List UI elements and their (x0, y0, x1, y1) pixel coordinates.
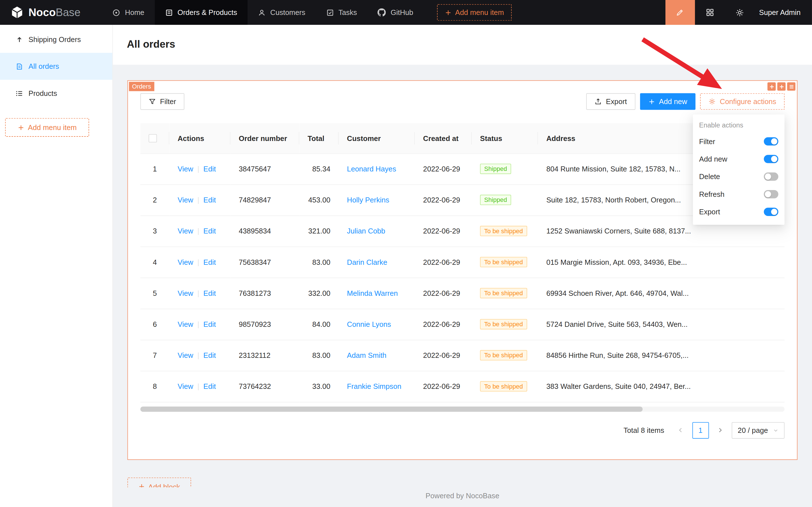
edit-link[interactable]: Edit (203, 351, 216, 359)
add-new-toggle[interactable] (764, 155, 778, 163)
row-actions-cell: View|Edit (169, 371, 231, 402)
table-row: 8 View|Edit 73764232 33.00 Frankie Simps… (140, 371, 785, 402)
customer-link[interactable]: Melinda Warren (347, 289, 398, 297)
edit-link[interactable]: Edit (203, 258, 216, 266)
view-link[interactable]: View (178, 382, 193, 390)
view-link[interactable]: View (178, 258, 193, 266)
top-navbar: NocoBase Home Orders & Products Customer… (0, 0, 812, 25)
page-number-button[interactable]: 1 (692, 422, 709, 439)
plus-icon (648, 98, 655, 105)
page-size-select[interactable]: 20 / page (732, 422, 785, 439)
status-badge: To be shipped (480, 288, 527, 298)
customer-link[interactable]: Julian Cobb (347, 227, 386, 235)
scrollbar-thumb[interactable] (140, 406, 643, 411)
view-link[interactable]: View (178, 289, 193, 297)
edit-link[interactable]: Edit (203, 165, 216, 173)
edit-link[interactable]: Edit (203, 320, 216, 328)
customer-link[interactable]: Connie Lyons (347, 320, 391, 328)
refresh-toggle[interactable] (764, 190, 778, 198)
enable-action-filter[interactable]: Filter (693, 132, 785, 150)
orders-products-icon (165, 8, 173, 16)
row-index: 5 (140, 277, 169, 308)
menu-item-customers[interactable]: Customers (247, 0, 316, 25)
ui-editor-button[interactable] (665, 0, 695, 25)
add-new-button[interactable]: Add new (640, 93, 695, 110)
menu-item-tasks[interactable]: Tasks (316, 0, 367, 25)
configure-actions-button[interactable]: Configure actions (700, 93, 785, 110)
status-badge: To be shipped (480, 226, 527, 236)
enable-action-delete[interactable]: Delete (693, 168, 785, 185)
plugins-button[interactable] (695, 0, 725, 25)
address-cell: 84856 Hirthe Run, Suite 268, 94754-6705,… (538, 340, 785, 371)
view-link[interactable]: View (178, 320, 193, 328)
column-header-actions: Actions (169, 123, 231, 153)
customer-link[interactable]: Holly Perkins (347, 196, 389, 204)
row-actions-cell: View|Edit (169, 309, 231, 340)
horizontal-scrollbar[interactable] (140, 406, 785, 411)
previous-page-button[interactable] (674, 422, 688, 439)
total-cell: 84.00 (299, 309, 339, 340)
sidebar-item-label: Shipping Orders (28, 35, 81, 44)
navbar-right-actions: Super Admin (665, 0, 812, 25)
edit-link[interactable]: Edit (203, 382, 216, 390)
customer-cell: Adam Smith (339, 340, 415, 371)
add-block-button[interactable]: Add block (127, 477, 191, 487)
customer-cell: Connie Lyons (339, 309, 415, 340)
add-block-label: Add block (148, 483, 180, 487)
block-menu-icon[interactable] (787, 82, 795, 91)
select-all-checkbox[interactable] (149, 134, 157, 143)
current-user-menu[interactable]: Super Admin (755, 8, 812, 16)
customer-link[interactable]: Darin Clarke (347, 258, 387, 266)
status-cell: To be shipped (472, 371, 538, 402)
page-layout: Shipping Orders All orders Products Add … (0, 25, 812, 507)
column-header-order-number: Order number (230, 123, 299, 153)
next-page-button[interactable] (713, 422, 727, 439)
menu-item-home[interactable]: Home (102, 0, 155, 25)
menu-item-orders-products[interactable]: Orders & Products (155, 0, 247, 25)
menu-item-github[interactable]: GitHub (367, 0, 423, 25)
view-link[interactable]: View (178, 227, 193, 235)
filter-button[interactable]: Filter (140, 93, 184, 110)
pagination: Total 8 items 1 20 / page (140, 422, 785, 439)
status-cell: To be shipped (472, 340, 538, 371)
add-menu-item-button-top[interactable]: Add menu item (437, 4, 512, 21)
edit-link[interactable]: Edit (203, 289, 216, 297)
enable-action-export[interactable]: Export (693, 203, 785, 221)
customer-link[interactable]: Frankie Simpson (347, 382, 402, 390)
enable-action-refresh[interactable]: Refresh (693, 185, 785, 203)
customer-link[interactable]: Leonard Hayes (347, 165, 396, 173)
customer-cell: Holly Perkins (339, 184, 415, 215)
enable-action-label: Delete (699, 173, 720, 181)
enable-action-add-new[interactable]: Add new (693, 150, 785, 168)
edit-link[interactable]: Edit (203, 227, 216, 235)
customer-link[interactable]: Adam Smith (347, 351, 387, 359)
block-insert-icon[interactable] (777, 82, 786, 91)
tasks-icon (326, 8, 334, 16)
view-link[interactable]: View (178, 165, 193, 173)
address-cell: 69934 Schoen River, Apt. 646, 49704, Wal… (538, 277, 785, 308)
block-drag-icon[interactable] (767, 82, 776, 91)
filter-toggle[interactable] (764, 137, 778, 146)
view-link[interactable]: View (178, 196, 193, 204)
sidebar-item-products[interactable]: Products (0, 80, 113, 107)
sidebar-item-all-orders[interactable]: All orders (0, 53, 113, 80)
column-header-customer: Customer (339, 123, 415, 153)
add-menu-item-label: Add menu item (455, 8, 504, 16)
address-cell: 383 Walter Gardens, Suite 040, 24947, Be… (538, 371, 785, 402)
edit-link[interactable]: Edit (203, 196, 216, 204)
delete-toggle[interactable] (764, 173, 778, 181)
total-cell: 453.00 (299, 184, 339, 215)
filter-icon (149, 98, 156, 105)
status-badge: To be shipped (480, 319, 527, 329)
row-index: 2 (140, 184, 169, 215)
add-menu-item-button-sidebar[interactable]: Add menu item (5, 118, 89, 137)
page-size-value: 20 / page (738, 426, 768, 434)
export-toggle[interactable] (764, 208, 778, 216)
nocobase-logo[interactable]: NocoBase (0, 0, 91, 25)
export-button[interactable]: Export (586, 93, 635, 110)
table-row: 6 View|Edit 98570923 84.00 Connie Lyons … (140, 309, 785, 340)
sidebar-item-shipping-orders[interactable]: Shipping Orders (0, 26, 113, 53)
orders-file-icon (15, 62, 23, 70)
view-link[interactable]: View (178, 351, 193, 359)
settings-button[interactable] (725, 0, 755, 25)
